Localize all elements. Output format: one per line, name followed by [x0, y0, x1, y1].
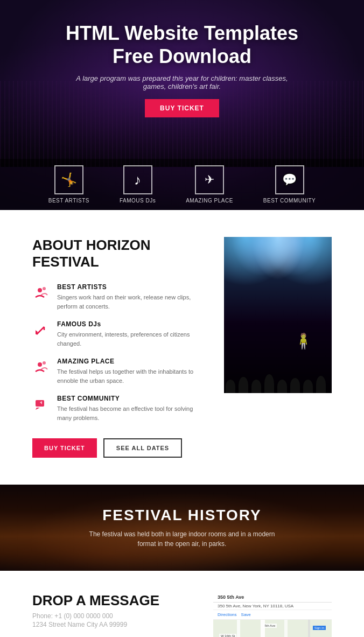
person-icon: 🤸: [61, 172, 77, 187]
concert-stage-image: 🧍: [224, 237, 332, 393]
about-image-right: 🧍: [224, 237, 332, 458]
crowd-head: [239, 377, 248, 393]
festival-history-content: FESTIVAL HISTORY The festival was held b…: [85, 507, 279, 549]
best-community-desc: The festival has become an effective too…: [57, 404, 202, 422]
hero-icons-bar: 🤸 BEST ARTISTS ♪ FAMOUS DJs ✈ AMAZING PL…: [0, 159, 364, 210]
music-icon-box: ♪: [123, 165, 152, 194]
best-artists-title: BEST ARTISTS: [57, 283, 202, 291]
hero-icon-best-community: 💬 BEST COMMUNITY: [248, 159, 331, 210]
map-actions-bar: Directions Save: [213, 610, 332, 620]
about-item-best-artists: BEST ARTISTS Singers work hard on their …: [32, 283, 202, 311]
chat-icon-box: 💬: [275, 165, 304, 194]
about-buttons: BUY TICKET SEE ALL DATES: [32, 438, 202, 458]
famous-djs-title: FAMOUS DJs: [57, 320, 202, 328]
svg-point-3: [38, 362, 42, 367]
plane-icon: ✈: [205, 173, 214, 187]
svg-point-4: [43, 361, 46, 365]
map-sign-in: Sign in: [313, 626, 326, 630]
person-icon-box: 🤸: [54, 165, 83, 194]
svg-rect-5: [36, 400, 44, 407]
hero-title: HTML Website Templates Free Download: [66, 22, 298, 68]
about-text-best-artists: BEST ARTISTS Singers work hard on their …: [57, 283, 202, 311]
hero-icon-best-artists: 🤸 BEST ARTISTS: [33, 159, 104, 210]
contact-form-left: DROP A MESSAGE Phone: +1 (0) 000 0000 00…: [32, 592, 192, 637]
crowd-head: [290, 378, 300, 393]
map-save-link[interactable]: Save: [241, 612, 251, 617]
chat-bubble-icon: 💬: [282, 173, 297, 187]
hero-buy-ticket-button[interactable]: BUY TICKET: [145, 99, 219, 117]
about-list: BEST ARTISTS Singers work hard on their …: [32, 283, 202, 422]
crowd-head: [316, 376, 326, 393]
music-note-icon: ♪: [134, 172, 141, 188]
famous-djs-label: FAMOUS DJs: [120, 198, 156, 204]
crowd-head: [226, 380, 235, 393]
about-title: ABOUT HORIZON FESTIVAL: [32, 237, 202, 270]
about-text-amazing-place: AMAZING PLACE The festival helps us toge…: [57, 358, 202, 385]
amazing-place-title: AMAZING PLACE: [57, 358, 202, 365]
about-item-amazing-place: AMAZING PLACE The festival helps us toge…: [32, 358, 202, 385]
best-artists-icon: [32, 284, 50, 302]
contact-map-right: 350 5th Ave 350 5th Ave, New York, NY 10…: [213, 592, 332, 637]
about-text-famous-djs: FAMOUS DJs City environment, interests, …: [57, 320, 202, 348]
hero-subtitle: A large program was prepared this year f…: [69, 74, 295, 90]
contact-section: DROP A MESSAGE Phone: +1 (0) 000 0000 00…: [0, 571, 364, 637]
crowd-silhouette: [224, 350, 332, 393]
about-content-left: ABOUT HORIZON FESTIVAL BEST ARTISTS Sing…: [32, 237, 202, 458]
best-artists-label: BEST ARTISTS: [48, 198, 89, 204]
hero-section: HTML Website Templates Free Download A l…: [0, 0, 364, 210]
see-all-dates-button[interactable]: SEE ALL DATES: [103, 438, 182, 458]
hero-crowd-overlay: [0, 81, 364, 167]
festival-history-description: The festival was held both in large indo…: [85, 529, 279, 549]
map-visual: W 34th St W 33rd St 5th Ave Sign in: [213, 620, 332, 637]
contact-phone: Phone: +1 (0) 000 0000 000: [32, 612, 192, 620]
festival-history-title: FESTIVAL HISTORY: [85, 507, 279, 524]
performer-silhouette: 🧍: [294, 332, 313, 350]
best-community-title: BEST COMMUNITY: [57, 395, 202, 402]
map-label-street: W 34th St: [219, 634, 236, 637]
map-header-address: 350 5th Ave: [213, 592, 332, 603]
about-buy-ticket-button[interactable]: BUY TICKET: [32, 438, 97, 458]
amazing-place-icon: [32, 359, 50, 376]
contact-title: DROP A MESSAGE: [32, 592, 192, 609]
crowd-head: [251, 380, 261, 393]
amazing-place-desc: The festival helps us together with the …: [57, 367, 202, 385]
famous-djs-icon: [32, 321, 50, 339]
famous-djs-desc: City environment, interests, preferences…: [57, 330, 202, 348]
plane-icon-box: ✈: [195, 165, 224, 194]
amazing-place-label: AMAZING PLACE: [186, 198, 233, 204]
about-item-best-community: BEST COMMUNITY The festival has become a…: [32, 395, 202, 422]
hero-icon-amazing-place: ✈ AMAZING PLACE: [171, 159, 248, 210]
map-subheader-full-address: 350 5th Ave, New York, NY 10118, USA: [213, 603, 332, 610]
about-section: ABOUT HORIZON FESTIVAL BEST ARTISTS Sing…: [0, 210, 364, 485]
about-item-famous-djs: FAMOUS DJs City environment, interests, …: [32, 320, 202, 348]
crowd-head: [303, 380, 313, 393]
about-text-best-community: BEST COMMUNITY The festival has become a…: [57, 395, 202, 422]
crowd-head: [277, 380, 287, 393]
best-community-icon: [32, 396, 50, 413]
map-directions-link[interactable]: Directions: [218, 612, 237, 617]
best-artists-desc: Singers work hard on their work, release…: [57, 293, 202, 311]
svg-point-1: [43, 287, 46, 290]
svg-point-0: [38, 288, 42, 292]
contact-address: 1234 Street Name City AA 99999: [32, 621, 192, 628]
festival-history-section: FESTIVAL HISTORY The festival was held b…: [0, 485, 364, 571]
best-community-label: BEST COMMUNITY: [263, 198, 316, 204]
hero-icon-famous-djs: ♪ FAMOUS DJs: [104, 159, 171, 210]
map-label-ave: 5th Ave: [263, 624, 277, 628]
map-container[interactable]: 350 5th Ave 350 5th Ave, New York, NY 10…: [213, 592, 332, 637]
crowd-head: [264, 374, 274, 393]
